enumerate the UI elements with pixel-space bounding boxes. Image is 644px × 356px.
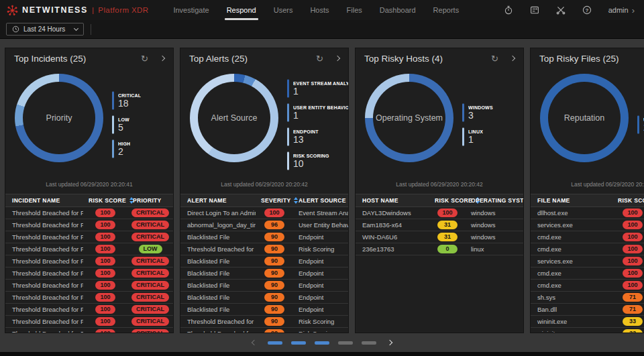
user-menu[interactable]: admin ›: [608, 5, 635, 15]
page-dash-1-active[interactable]: [268, 341, 282, 345]
time-range-dropdown[interactable]: Last 24 Hours: [6, 23, 84, 36]
page-prev-icon[interactable]: [252, 340, 257, 345]
donut-chart[interactable]: Priority: [15, 74, 103, 162]
table-row[interactable]: Threshold Breached for FILE dllho...100C…: [5, 280, 173, 292]
table-row[interactable]: dllhost.exe100: [531, 207, 644, 219]
jobs-icon[interactable]: [530, 5, 539, 15]
donut-chart[interactable]: Operating System: [365, 74, 453, 162]
legend-label: LINUX: [468, 128, 483, 134]
table-row[interactable]: Threshold Breached for FILE yoga...100CR…: [5, 255, 173, 268]
nav-item-dashboard[interactable]: Dashboard: [371, 0, 425, 20]
table-row[interactable]: Threshold Breached for FILE NWE...100CRI…: [5, 292, 173, 304]
table-row[interactable]: cmd.exe100: [531, 231, 644, 243]
page-dash-3-active[interactable]: [315, 341, 329, 345]
page-next-icon[interactable]: [387, 340, 392, 345]
table-row[interactable]: Blacklisted File90Endpoint: [180, 231, 348, 243]
panel-top-risky-hosts: Top Risky Hosts (4) ↻ Operating System W…: [355, 48, 524, 333]
table-row[interactable]: Threshold Breached for FILE cmd.e...100C…: [5, 328, 173, 333]
nav-item-respond[interactable]: Respond: [218, 0, 265, 20]
panel-table: ALERT NAME SEVERITY ALERT SOURCE Direct …: [180, 194, 348, 333]
table-row[interactable]: Blacklisted File90Endpoint: [180, 292, 348, 304]
cell-text: dllhost.exe: [531, 207, 612, 219]
legend-label: EVENT STREAM ANALYSI...: [293, 80, 349, 86]
expand-panel-icon[interactable]: [160, 56, 165, 61]
table-row[interactable]: Blacklisted File90Endpoint: [180, 280, 348, 292]
table-row[interactable]: cmd.exe100: [531, 280, 644, 292]
chart-section: Operating System WINDOWS 3 LINUX 1: [356, 68, 523, 181]
page-dash-4[interactable]: [338, 341, 353, 345]
badge-red: CRITICAL: [131, 305, 169, 314]
legend-color-bar: [112, 116, 114, 134]
cell-text: Endpoint: [293, 231, 348, 243]
column-header[interactable]: RISK SCORE: [612, 197, 644, 204]
column-header[interactable]: RISK SCORE: [83, 197, 127, 204]
badge-red: 100: [623, 281, 643, 290]
refresh-icon[interactable]: ↻: [491, 54, 498, 63]
timer-icon[interactable]: [504, 5, 513, 15]
table-row[interactable]: Threshold Breached for FILE cmd.e...90Ri…: [180, 328, 348, 333]
donut-chart[interactable]: Alert Source: [190, 74, 278, 162]
nav-item-hosts[interactable]: Hosts: [301, 0, 337, 20]
table-row[interactable]: Direct Login To an Administrative ...100…: [180, 207, 348, 219]
table-row[interactable]: cmd.exe100: [531, 268, 644, 280]
cell-text: Blacklisted File: [180, 280, 256, 291]
column-header[interactable]: SEVERITY: [256, 197, 293, 204]
panel-top-alerts: Top Alerts (25) ↻ Alert Source EVENT STR…: [180, 48, 349, 333]
table-row[interactable]: Threshold Breached for FILE SMSv...100CR…: [5, 316, 173, 328]
table-row[interactable]: cmd.exe100: [531, 243, 644, 255]
badge-red: 100: [623, 257, 643, 265]
admin-tools-icon[interactable]: [556, 5, 566, 15]
table-row[interactable]: services.exe100: [531, 255, 644, 268]
table-row[interactable]: wininit.exe33: [531, 316, 644, 328]
table-header-row: HOST NAME RISK SCORE OPERATING SYSTEM: [356, 194, 523, 207]
refresh-icon[interactable]: ↻: [316, 54, 323, 63]
table-row[interactable]: sh.sys71: [531, 292, 644, 304]
table-row[interactable]: Threshold Breached for FILE SMSv...90Ris…: [180, 316, 348, 328]
table-row[interactable]: Threshold Breached for FILE cmd.e...100C…: [5, 268, 173, 280]
expand-panel-icon[interactable]: [510, 56, 515, 61]
nav-item-reports[interactable]: Reports: [425, 0, 468, 20]
nav-right: ? admin ›: [504, 5, 635, 15]
panel-title: Top Alerts (25): [189, 54, 316, 64]
nav-item-label: Investigate: [173, 6, 209, 14]
badge-red: 100: [95, 221, 115, 229]
page-dash-5[interactable]: [362, 341, 376, 345]
netwitness-logo-icon: [7, 5, 18, 16]
table-row[interactable]: Ban.dll71: [531, 304, 644, 316]
refresh-icon[interactable]: ↻: [141, 54, 148, 63]
chevron-down-icon: [74, 25, 78, 30]
column-header[interactable]: RISK SCORE: [429, 197, 466, 204]
table-row[interactable]: Threshold Breached for FILE dwm...100CRI…: [5, 231, 173, 243]
table-row[interactable]: services.exe100: [531, 219, 644, 231]
table-row[interactable]: Blacklisted File90Endpoint: [180, 304, 348, 316]
badge-red: CRITICAL: [131, 329, 169, 333]
pagination: [0, 333, 644, 352]
table-row[interactable]: DAYL3Dwindows100windows: [356, 207, 523, 219]
column-header-label: PRIORITY: [133, 197, 162, 204]
badge-red: CRITICAL: [131, 257, 169, 265]
table-row[interactable]: WIN-DA6U631windows: [356, 231, 523, 243]
table-row[interactable]: Threshold Breached for FILE dllho...100L…: [5, 243, 173, 255]
expand-panel-icon[interactable]: [335, 56, 340, 61]
brand-product: Platform XDR: [98, 6, 148, 14]
table-row[interactable]: Blacklisted File90Endpoint: [180, 255, 348, 268]
table-row[interactable]: Blacklisted File90Endpoint: [180, 268, 348, 280]
table-row[interactable]: 236e137630linux: [356, 243, 523, 255]
nav-item-users[interactable]: Users: [265, 0, 302, 20]
table-row[interactable]: Threshold Breached for FILE cmd.e...90Ri…: [180, 243, 348, 255]
badge-red: 100: [437, 209, 458, 217]
donut-chart[interactable]: Reputation: [540, 74, 629, 162]
nav-item-investigate[interactable]: Investigate: [164, 0, 217, 20]
cell-text: Threshold Breached for FILE cmd.e...: [5, 328, 83, 333]
table-row[interactable]: wininit.exe33: [531, 328, 644, 333]
table-row[interactable]: abnormal_logon_day_time96User Entity Beh…: [180, 219, 348, 231]
table-row[interactable]: Threshold Breached for FILE servi...100C…: [5, 304, 173, 316]
table-row[interactable]: Threshold Breached for FILE cmd.e...100C…: [5, 219, 173, 231]
help-icon[interactable]: ?: [582, 5, 592, 15]
table-row[interactable]: Eam1836-x6431windows: [356, 219, 523, 231]
page-dash-2-active[interactable]: [291, 341, 306, 345]
nav-item-files[interactable]: Files: [338, 0, 371, 20]
legend-label: RISK SCORING: [293, 152, 329, 158]
table-row[interactable]: Threshold Breached for FILE cmd.e...100C…: [5, 207, 173, 219]
clock-icon: [12, 25, 19, 33]
